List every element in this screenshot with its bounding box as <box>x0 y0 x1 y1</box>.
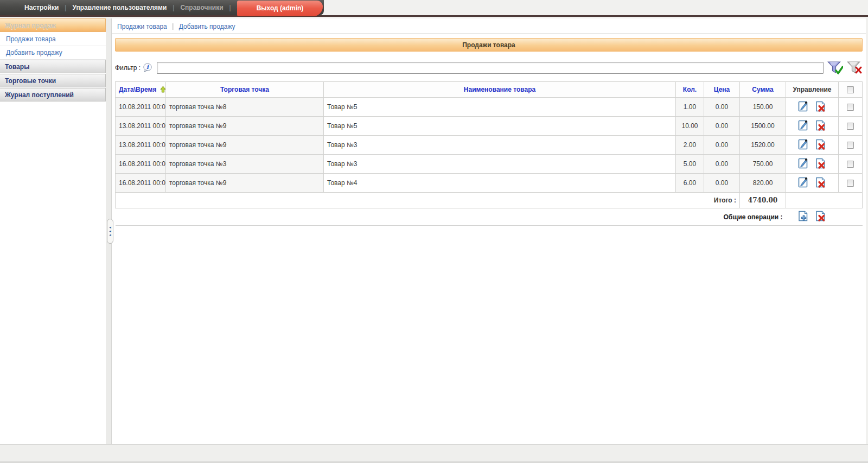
cell-datetime: 16.08.2011 00:00 <box>116 174 166 193</box>
sort-link-price[interactable]: Цена <box>714 86 730 93</box>
delete-icon[interactable] <box>815 138 827 152</box>
sidebar-collapse-handle[interactable]: ◄ ◄ ◄ <box>107 219 113 244</box>
cell-product: Товар №3 <box>324 136 676 155</box>
column-header-qty: Кол. <box>676 82 704 98</box>
cell-manage <box>786 136 839 155</box>
sidebar-group-outlets[interactable]: Торговые точки <box>0 74 106 87</box>
nav-item-user-management[interactable]: Управление пользователями <box>72 4 167 11</box>
chevron-left-icon: ◄ <box>108 233 112 237</box>
edit-icon[interactable] <box>797 138 809 152</box>
nav-separator: | <box>65 4 66 11</box>
sort-link-sum[interactable]: Сумма <box>752 86 773 93</box>
cell-manage <box>786 117 839 136</box>
sidebar-group-products[interactable]: Товары <box>0 60 106 73</box>
delete-icon[interactable] <box>815 119 827 133</box>
bulk-operations-row: Общие операции : <box>116 208 863 226</box>
cell-product: Товар №4 <box>324 174 676 193</box>
cell-sum: 820.00 <box>740 174 786 193</box>
logout-tab[interactable]: Выход (admin) <box>237 1 323 16</box>
filter-clear-icon[interactable] <box>846 60 863 75</box>
top-navigation-bar: Настройки | Управление пользователями | … <box>0 0 868 17</box>
cell-price: 0.00 <box>704 155 740 174</box>
cell-outlet: торговая точка №8 <box>166 98 324 117</box>
cell-price: 0.00 <box>704 98 740 117</box>
cell-manage <box>786 155 839 174</box>
chevron-left-icon: ◄ <box>108 230 112 233</box>
cell-manage <box>786 98 839 117</box>
row-checkbox[interactable] <box>847 142 854 149</box>
filter-apply-icon[interactable] <box>827 60 843 75</box>
select-all-checkbox[interactable] <box>847 86 854 93</box>
sort-asc-arrow-icon[interactable] <box>160 86 166 93</box>
column-header-outlet: Торговая точка <box>166 82 324 98</box>
edit-icon[interactable] <box>797 100 809 114</box>
cell-datetime: 10.08.2011 00:00 <box>116 98 166 117</box>
breadcrumb: Продажи товара Добавить продажу <box>112 20 866 34</box>
row-checkbox[interactable] <box>847 161 854 168</box>
table-row: 10.08.2011 00:00 торговая точка №8 Товар… <box>116 98 863 117</box>
nav-item-settings[interactable]: Настройки <box>24 4 59 11</box>
delete-icon[interactable] <box>815 176 827 190</box>
row-checkbox[interactable] <box>847 123 854 130</box>
cell-datetime: 13.08.2011 00:00 <box>116 117 166 136</box>
bulk-empty-cell <box>839 208 863 226</box>
sidebar-group-receipts-journal[interactable]: Журнал поступлений <box>0 88 106 102</box>
cell-qty: 6.00 <box>676 174 704 193</box>
sort-link-product[interactable]: Наименование товара <box>464 86 535 93</box>
row-checkbox[interactable] <box>847 180 854 187</box>
row-checkbox[interactable] <box>847 104 854 111</box>
bulk-operations-cell <box>786 208 839 226</box>
total-label: Итого : <box>116 193 740 208</box>
column-header-checkbox <box>839 82 863 98</box>
bulk-operations-label: Общие операции : <box>116 208 786 226</box>
delete-icon[interactable] <box>815 100 827 114</box>
table-header-row: Дата\Время Торговая точка Наименование т… <box>116 82 863 98</box>
sort-link-datetime[interactable]: Дата\Время <box>119 86 157 93</box>
cell-outlet: торговая точка №3 <box>166 155 324 174</box>
edit-icon[interactable] <box>797 157 809 171</box>
cell-select <box>839 174 863 193</box>
cell-qty: 10.00 <box>676 117 704 136</box>
nav-underline <box>0 15 868 17</box>
filter-row: Фильтр : i <box>115 60 863 76</box>
total-value: 4740.00 <box>740 193 786 208</box>
app-window: Настройки | Управление пользователями | … <box>0 0 868 463</box>
cell-product: Товар №3 <box>324 155 676 174</box>
cell-datetime: 13.08.2011 00:00 <box>116 136 166 155</box>
cell-sum: 1500.00 <box>740 117 786 136</box>
cell-select <box>839 98 863 117</box>
table-row: 13.08.2011 00:00 торговая точка №9 Товар… <box>116 117 863 136</box>
column-header-sum: Сумма <box>740 82 786 98</box>
cell-outlet: торговая точка №9 <box>166 174 324 193</box>
info-balloon-icon[interactable]: i <box>143 63 152 73</box>
column-header-product: Наименование товара <box>324 82 676 98</box>
nav-item-directories[interactable]: Справочники <box>180 4 223 11</box>
cell-price: 0.00 <box>704 174 740 193</box>
delete-icon[interactable] <box>815 210 827 224</box>
sidebar-item-add-sale[interactable]: Добавить продажу <box>0 46 106 60</box>
column-header-price: Цена <box>704 82 740 98</box>
delete-icon[interactable] <box>815 157 827 171</box>
cell-datetime: 16.08.2011 00:00 <box>116 155 166 174</box>
breadcrumb-link-product-sales[interactable]: Продажи товара <box>117 23 167 30</box>
sidebar-item-product-sales[interactable]: Продажи товара <box>0 33 106 46</box>
cell-outlet: торговая точка №9 <box>166 136 324 155</box>
edit-icon[interactable] <box>797 176 809 190</box>
column-header-datetime: Дата\Время <box>116 82 166 98</box>
total-empty-cell <box>786 193 863 208</box>
cell-outlet: торговая точка №9 <box>166 117 324 136</box>
cell-price: 0.00 <box>704 117 740 136</box>
cell-select <box>839 136 863 155</box>
sort-link-qty[interactable]: Кол. <box>683 86 697 93</box>
add-icon[interactable] <box>797 210 809 224</box>
sort-link-outlet[interactable]: Торговая точка <box>220 86 269 93</box>
sidebar-group-sales-journal[interactable]: Журнал продаж <box>0 18 106 32</box>
cell-sum: 150.00 <box>740 98 786 117</box>
filter-input[interactable] <box>157 62 824 74</box>
column-header-manage: Управление <box>786 82 839 98</box>
cell-product: Товар №5 <box>324 117 676 136</box>
breadcrumb-link-add-sale[interactable]: Добавить продажу <box>179 23 235 30</box>
footer-bar <box>0 444 868 463</box>
edit-icon[interactable] <box>797 119 809 133</box>
main-content: Продажи товара Добавить продажу Продажи … <box>112 18 866 444</box>
